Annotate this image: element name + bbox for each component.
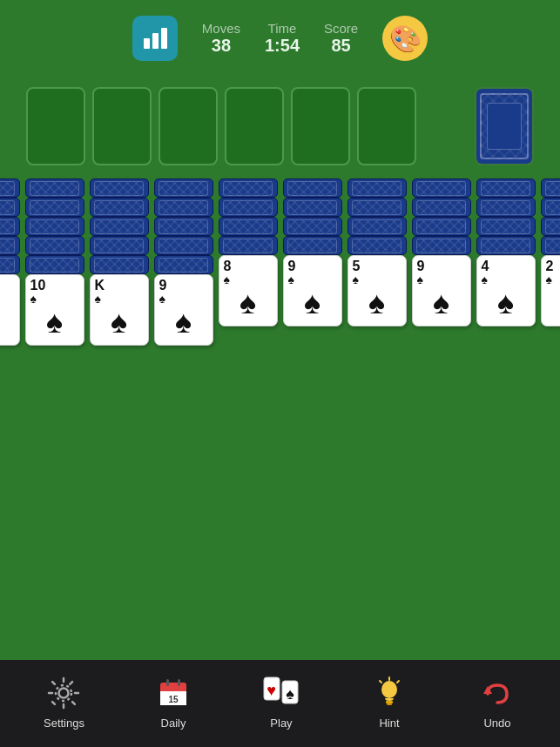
card-back xyxy=(476,89,532,164)
face-up-card[interactable]: 9♠♠ xyxy=(283,255,342,326)
hint-label: Hint xyxy=(379,717,399,730)
card-suit-top: ♠ xyxy=(159,293,208,305)
face-down-card xyxy=(154,217,213,236)
toolbar-settings[interactable]: Settings xyxy=(44,674,84,730)
svg-rect-8 xyxy=(166,679,169,686)
toolbar-play[interactable]: ♥ ♠ Play xyxy=(262,674,300,730)
face-up-card[interactable]: 9♠♠ xyxy=(154,274,213,346)
tableau-column-2[interactable]: K♠♠ xyxy=(90,178,149,346)
face-down-card xyxy=(90,198,149,217)
svg-text:♠: ♠ xyxy=(286,685,294,703)
toolbar-daily[interactable]: 15 Daily xyxy=(154,674,192,730)
face-up-card[interactable]: 5♠♠ xyxy=(347,255,407,326)
time-value: 1:54 xyxy=(265,36,300,56)
face-down-card xyxy=(412,178,471,198)
face-up-card[interactable]: 8♠♠ xyxy=(0,274,20,346)
settings-label: Settings xyxy=(44,717,84,730)
face-down-card xyxy=(0,178,20,198)
card-suit-top: ♠ xyxy=(95,293,144,305)
stats-icon[interactable] xyxy=(132,16,178,61)
tableau-column-1[interactable]: 10♠♠ xyxy=(25,178,84,346)
card-rank: 8 xyxy=(0,279,15,293)
moves-value: 38 xyxy=(202,36,240,56)
play-label: Play xyxy=(270,717,292,730)
time-label: Time xyxy=(265,21,300,36)
tableau-column-7[interactable]: 9♠♠ xyxy=(412,178,471,346)
foundation-slot-5[interactable] xyxy=(291,87,350,165)
face-down-card xyxy=(219,217,278,236)
face-up-card[interactable]: 2♠♠ xyxy=(541,255,561,326)
foundation-slot-1[interactable] xyxy=(26,87,85,165)
face-down-card xyxy=(412,198,471,217)
tableau-column-5[interactable]: 9♠♠ xyxy=(283,178,342,346)
face-down-card xyxy=(219,198,278,217)
toolbar-hint[interactable]: Hint xyxy=(370,674,408,730)
svg-point-15 xyxy=(381,681,397,698)
stock-pile[interactable] xyxy=(475,87,534,165)
face-down-card xyxy=(0,198,20,217)
face-up-card[interactable]: 8♠♠ xyxy=(219,255,278,326)
toolbar-undo[interactable]: Undo xyxy=(478,674,516,730)
tableau-column-4[interactable]: 8♠♠ xyxy=(219,178,278,346)
face-down-card xyxy=(541,236,561,255)
palette-icon[interactable]: 🎨 xyxy=(382,16,428,61)
tableau-column-3[interactable]: 9♠♠ xyxy=(154,178,213,346)
face-up-card[interactable]: 9♠♠ xyxy=(412,255,471,326)
card-back-pattern xyxy=(480,93,529,159)
header: Moves 38 Time 1:54 Score 85 🎨 xyxy=(0,0,560,70)
face-down-card xyxy=(25,178,84,198)
svg-rect-0 xyxy=(144,38,150,49)
card-rank: K xyxy=(95,279,144,293)
svg-text:15: 15 xyxy=(168,695,179,704)
card-rank: 9 xyxy=(417,259,466,273)
settings-icon xyxy=(44,674,83,712)
face-down-card xyxy=(347,217,407,236)
tableau-column-9[interactable]: 2♠♠ xyxy=(541,178,561,346)
face-down-card xyxy=(541,178,561,198)
face-down-card xyxy=(154,236,213,255)
hint-icon xyxy=(370,674,408,712)
face-down-card xyxy=(154,198,213,217)
card-rank: 9 xyxy=(288,259,337,273)
card-suit-top: ♠ xyxy=(0,293,15,305)
face-down-card xyxy=(90,236,149,255)
svg-rect-7 xyxy=(160,687,186,691)
time-stat: Time 1:54 xyxy=(265,21,300,56)
tableau-column-8[interactable]: 4♠♠ xyxy=(476,178,536,346)
face-up-card[interactable]: 10♠♠ xyxy=(25,274,84,346)
face-up-card[interactable]: K♠♠ xyxy=(90,274,149,346)
foundation-slot-3[interactable] xyxy=(159,87,218,165)
foundation-slot-4[interactable] xyxy=(225,87,284,165)
card-suit-top: ♠ xyxy=(417,273,466,286)
toolbar: Settings 15 Daily ♥ ♠ Play xyxy=(0,660,560,747)
foundation-slot-2[interactable] xyxy=(92,87,152,165)
svg-rect-1 xyxy=(152,33,159,49)
moves-label: Moves xyxy=(202,21,240,36)
face-down-card xyxy=(154,255,213,274)
tableau-column-6[interactable]: 5♠♠ xyxy=(347,178,407,346)
face-down-card xyxy=(154,178,213,198)
face-down-card xyxy=(283,198,342,217)
tableau-column-0[interactable]: 8♠♠ xyxy=(0,178,20,346)
face-down-card xyxy=(541,217,561,236)
card-rank: 5 xyxy=(353,259,401,273)
moves-stat: Moves 38 xyxy=(202,21,240,56)
svg-rect-16 xyxy=(386,701,393,703)
face-down-card xyxy=(25,255,84,274)
face-down-card xyxy=(25,198,84,217)
svg-text:♥: ♥ xyxy=(267,682,276,699)
foundation-slot-6[interactable] xyxy=(357,87,416,165)
face-down-card xyxy=(412,236,471,255)
daily-icon: 15 xyxy=(154,674,192,712)
card-suit-top: ♠ xyxy=(224,273,273,286)
card-suit-top: ♠ xyxy=(288,273,337,286)
face-down-card xyxy=(412,217,471,236)
face-down-card xyxy=(219,236,278,255)
svg-line-19 xyxy=(380,681,381,683)
face-up-card[interactable]: 4♠♠ xyxy=(476,255,536,326)
score-stat: Score 85 xyxy=(324,21,358,56)
face-down-card xyxy=(476,236,536,255)
card-back-inner xyxy=(487,103,521,150)
play-icon: ♥ ♠ xyxy=(262,674,300,712)
face-down-card xyxy=(347,178,407,198)
